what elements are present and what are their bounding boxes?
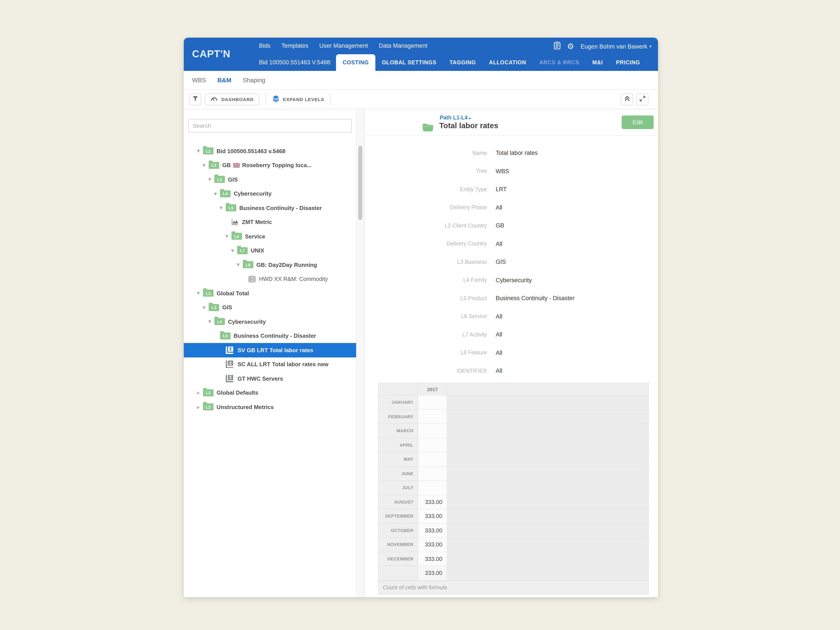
chevron-down-icon: ▾ bbox=[649, 44, 651, 49]
grid-value-cell[interactable]: 333.00 bbox=[418, 538, 447, 552]
caret-down-icon[interactable]: ▼ bbox=[202, 305, 209, 310]
grid-value-cell[interactable]: 333.00 bbox=[418, 495, 447, 509]
nav-item-data-management[interactable]: Data Management bbox=[379, 43, 428, 49]
tree-item[interactable]: ▼L3GIS bbox=[184, 172, 356, 186]
tree-item[interactable]: ▼L4Cybersecurity bbox=[184, 314, 356, 329]
grid-row: FEBRUARY bbox=[379, 410, 648, 424]
caret-down-icon[interactable]: ▼ bbox=[225, 234, 231, 238]
tab-m-i[interactable]: M&I bbox=[586, 54, 609, 71]
detail-row: L6 ServiceAll bbox=[365, 307, 658, 325]
tree-item[interactable]: ΣGT HWC Servers bbox=[184, 371, 356, 386]
detail-field-label: L8 Feature bbox=[365, 350, 487, 356]
tree-item-label: Business Continuity - Disaster bbox=[239, 205, 322, 211]
scrollbar-thumb[interactable] bbox=[358, 146, 362, 220]
tab-global-settings[interactable]: GLOBAL SETTINGS bbox=[375, 54, 443, 71]
tree-item-label: GT HWC Servers bbox=[238, 375, 283, 382]
tree-item[interactable]: ▼L2Global Total bbox=[184, 286, 356, 300]
tree-item[interactable]: ▼L3GIS bbox=[184, 300, 356, 314]
tree-item-label: Cybersecurity bbox=[228, 319, 266, 325]
tree-item[interactable]: ZMT Metric bbox=[184, 215, 356, 229]
grid-value-cell[interactable]: 333.00 bbox=[418, 552, 447, 566]
tree-item-label: HWD XX R&M: Commodity bbox=[259, 276, 328, 283]
edit-button[interactable]: Edit bbox=[622, 115, 654, 129]
grid-value-cell[interactable]: 333.00 bbox=[418, 523, 447, 538]
caret-down-icon[interactable]: ▼ bbox=[208, 177, 215, 182]
expand-levels-button[interactable]: EXPAND LEVELS bbox=[272, 95, 324, 104]
tree-panel: ▼L1Bid 100500.551463 v.5468▼L2GBRoseberr… bbox=[184, 109, 365, 597]
filter-button[interactable] bbox=[189, 93, 201, 105]
nav-item-user-management[interactable]: User Management bbox=[319, 43, 368, 49]
detail-row: L3 BusinessGIS bbox=[365, 253, 658, 271]
tree-item[interactable]: HWD XX R&M: Commodity bbox=[184, 272, 356, 286]
tree-item[interactable]: ΣSC ALL LRT Total labor rates new bbox=[184, 357, 356, 371]
double-chevron-up-icon bbox=[624, 95, 630, 103]
tree-item[interactable]: ΣSV GB LRT Total labor rates bbox=[184, 343, 356, 357]
caret-right-icon[interactable]: ▶ bbox=[197, 390, 203, 395]
tree-item[interactable]: ▼L4Cybersecurity bbox=[184, 186, 356, 201]
app-logo: CAPT'N bbox=[192, 48, 231, 60]
nav-item-bids[interactable]: Bids bbox=[259, 43, 271, 49]
caret-right-icon[interactable]: ▶ bbox=[197, 405, 203, 409]
detail-field-value: All bbox=[496, 350, 502, 356]
grid-value-cell[interactable] bbox=[418, 424, 447, 438]
funnel-icon bbox=[192, 95, 198, 103]
grid-value-cell[interactable] bbox=[418, 395, 447, 410]
subtab-b-m[interactable]: B&M bbox=[218, 77, 231, 84]
user-menu[interactable]: Eugen Bohm van Bawerk ▾ bbox=[581, 43, 651, 50]
grid-filler-cell bbox=[447, 566, 648, 580]
subtab-shaping[interactable]: Shaping bbox=[243, 77, 265, 84]
tab-costing[interactable]: COSTING bbox=[336, 54, 375, 71]
caret-down-icon[interactable]: ▼ bbox=[208, 320, 215, 324]
caret-down-icon[interactable]: ▼ bbox=[214, 192, 220, 196]
caret-down-icon[interactable]: ▼ bbox=[219, 206, 226, 210]
grid-value-cell[interactable] bbox=[418, 481, 447, 495]
tree-item[interactable]: L5Business Continuity - Disaster bbox=[184, 329, 356, 343]
tree-item[interactable]: ▼L8GB: Day2Day Running bbox=[184, 258, 356, 272]
tree-item-label: GB: Day2Day Running bbox=[256, 262, 317, 268]
grid-value-cell[interactable]: 333.00 bbox=[418, 509, 447, 523]
clipboard-icon[interactable] bbox=[554, 41, 561, 51]
toolbar-separator bbox=[265, 93, 266, 106]
caret-down-icon[interactable]: ▼ bbox=[202, 163, 209, 167]
grid-value-cell[interactable] bbox=[418, 438, 447, 452]
grid-value-cell[interactable] bbox=[418, 452, 447, 467]
detail-field-label: Tree bbox=[365, 168, 487, 174]
grid-value-cell[interactable] bbox=[418, 410, 447, 424]
tree-item[interactable]: ▼L7UNIX bbox=[184, 243, 356, 258]
tab-tagging[interactable]: TAGGING bbox=[443, 54, 482, 71]
grid-month-label: SEPTEMBER bbox=[379, 509, 418, 523]
grid-filler-cell bbox=[447, 383, 648, 395]
tab-allocation[interactable]: ALLOCATION bbox=[482, 54, 533, 71]
tree-item[interactable]: ▶L2Unstructured Metrics bbox=[184, 400, 356, 414]
grid-filler-cell bbox=[447, 438, 648, 452]
search-input[interactable] bbox=[188, 119, 352, 133]
grid-value-cell[interactable] bbox=[418, 467, 447, 481]
subtab-wbs[interactable]: WBS bbox=[192, 77, 206, 84]
detail-field-label: L2 Client Country bbox=[365, 223, 487, 229]
header-right: ⚙ Eugen Bohm van Bawerk ▾ bbox=[554, 41, 651, 51]
detail-field-value: All bbox=[496, 313, 502, 320]
gear-icon[interactable]: ⚙ bbox=[567, 43, 574, 50]
caret-down-icon[interactable]: ▼ bbox=[197, 291, 203, 295]
nav-item-templates[interactable]: Templates bbox=[281, 43, 308, 49]
grid-row: OCTOBER333.00 bbox=[379, 523, 648, 538]
tab-pricing[interactable]: PRICING bbox=[609, 54, 647, 71]
detail-field-value: Total labor rates bbox=[496, 150, 538, 156]
tree-item[interactable]: ▼L5Business Continuity - Disaster bbox=[184, 201, 356, 215]
caret-down-icon[interactable]: ▼ bbox=[237, 263, 243, 267]
tree-item[interactable]: ▶L2Global Defaults bbox=[184, 386, 356, 400]
collapse-all-button[interactable] bbox=[621, 93, 633, 105]
caret-down-icon[interactable]: ▼ bbox=[231, 248, 237, 253]
fullscreen-button[interactable] bbox=[636, 93, 648, 105]
tree-item[interactable]: ▼L1Bid 100500.551463 v.5468 bbox=[184, 144, 356, 158]
tab-arcs-rrcs[interactable]: ARCS & RRCS bbox=[533, 54, 586, 71]
detail-field-label: L3 Business bbox=[365, 259, 487, 265]
breadcrumb[interactable]: Path L1-L4 ▸ bbox=[440, 115, 471, 121]
grid-filler-cell bbox=[447, 538, 648, 552]
tree-item[interactable]: ▼L6Service bbox=[184, 229, 356, 243]
tree-item[interactable]: ▼L2GBRoseberry Topping loca... bbox=[184, 158, 356, 172]
detail-row: NameTotal labor rates bbox=[365, 144, 658, 162]
dashboard-button[interactable]: DASHBOARD bbox=[205, 93, 259, 105]
caret-down-icon[interactable]: ▼ bbox=[197, 149, 203, 153]
tree-scrollbar[interactable] bbox=[356, 109, 364, 597]
